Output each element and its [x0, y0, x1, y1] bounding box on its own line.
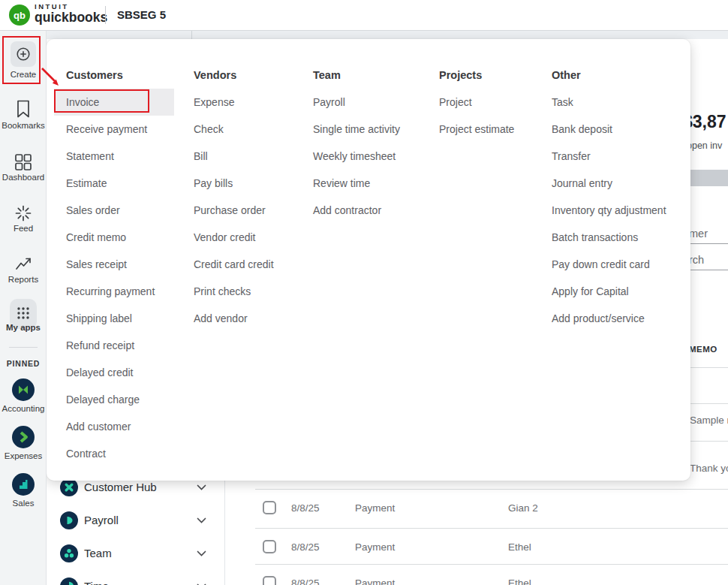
- menu-column-title: Other: [540, 62, 682, 89]
- menu-column-projects: ProjectsProjectProject estimate: [427, 62, 540, 143]
- nav-item-team[interactable]: Team: [47, 537, 225, 570]
- menu-item-bank-deposit[interactable]: Bank deposit: [540, 116, 682, 143]
- menu-item-project-estimate[interactable]: Project estimate: [427, 116, 540, 143]
- nav-item-label: Payroll: [84, 504, 119, 537]
- customer-filter-field[interactable]: mer: [689, 228, 728, 240]
- menu-item-pay-down-credit-card[interactable]: Pay down credit card: [540, 251, 682, 278]
- menu-column-team: TeamPayrollSingle time activityWeekly ti…: [301, 62, 421, 224]
- reports-chart-icon[interactable]: [14, 255, 33, 274]
- bookmark-icon[interactable]: [14, 99, 32, 119]
- transaction-date: 8/8/25: [291, 565, 320, 585]
- invoice-status-bar: [688, 170, 728, 186]
- menu-item-pay-bills[interactable]: Pay bills: [182, 170, 298, 197]
- menu-item-purchase-order[interactable]: Purchase order: [182, 197, 298, 224]
- pinned-item-sales[interactable]: Sales: [0, 499, 47, 508]
- transaction-date: 8/8/25: [291, 529, 320, 566]
- menu-item-review-time[interactable]: Review time: [301, 170, 421, 197]
- menu-item-check[interactable]: Check: [182, 116, 298, 143]
- menu-item-contract[interactable]: Contract: [54, 440, 174, 467]
- accounting-bowtie-icon[interactable]: [12, 378, 35, 401]
- memo-row-divider: [689, 441, 728, 442]
- row-checkbox[interactable]: [263, 540, 276, 553]
- pinned-item-accounting[interactable]: Accounting: [0, 404, 47, 413]
- chevron-down-icon[interactable]: [197, 550, 206, 557]
- chevron-down-icon[interactable]: [197, 517, 206, 524]
- open-invoices-caption: open inv: [687, 140, 722, 151]
- menu-item-statement[interactable]: Statement: [54, 143, 174, 170]
- menu-item-expense[interactable]: Expense: [182, 89, 298, 116]
- search-field-underline: [689, 270, 728, 270]
- dashboard-grid-icon[interactable]: [14, 152, 33, 172]
- sidebar-item-dashboard[interactable]: Dashboard: [0, 173, 47, 182]
- menu-item-receive-payment[interactable]: Receive payment: [54, 116, 174, 143]
- menu-item-invoice[interactable]: Invoice: [54, 89, 174, 116]
- menu-item-task[interactable]: Task: [540, 89, 682, 116]
- menu-item-apply-for-capital[interactable]: Apply for Capital: [540, 278, 682, 305]
- menu-item-vendor-credit[interactable]: Vendor credit: [182, 224, 298, 251]
- pinned-item-expenses[interactable]: Expenses: [0, 451, 47, 460]
- customer-hub-icon: [60, 478, 78, 496]
- sidebar-item-my-apps[interactable]: My apps: [0, 323, 47, 332]
- menu-column-customers: CustomersInvoiceReceive paymentStatement…: [54, 62, 174, 467]
- transaction-row[interactable]: 8/8/25PaymentEthel: [255, 564, 728, 585]
- feed-burst-icon[interactable]: [14, 204, 33, 223]
- menu-item-delayed-charge[interactable]: Delayed charge: [54, 386, 174, 413]
- memo-header-divider: [689, 367, 728, 368]
- transaction-row[interactable]: 8/8/25PaymentEthel: [255, 528, 728, 566]
- menu-item-shipping-label[interactable]: Shipping label: [54, 305, 174, 332]
- menu-item-add-product-service[interactable]: Add product/service: [540, 305, 682, 332]
- sales-stairs-icon[interactable]: [12, 473, 35, 496]
- menu-item-credit-memo[interactable]: Credit memo: [54, 224, 174, 251]
- menu-column-title: Projects: [427, 62, 540, 89]
- plus-circle-icon: [15, 46, 32, 62]
- menu-item-batch-transactions[interactable]: Batch transactions: [540, 224, 682, 251]
- menu-item-add-customer[interactable]: Add customer: [54, 413, 174, 440]
- menu-item-estimate[interactable]: Estimate: [54, 170, 174, 197]
- menu-item-recurring-payment[interactable]: Recurring payment: [54, 278, 174, 305]
- menu-item-credit-card-credit[interactable]: Credit card credit: [182, 251, 298, 278]
- sidebar-item-feed[interactable]: Feed: [0, 224, 47, 233]
- transaction-customer: Ethel: [508, 565, 531, 585]
- menu-item-sales-order[interactable]: Sales order: [54, 197, 174, 224]
- search-field[interactable]: rch: [689, 254, 728, 266]
- menu-item-single-time-activity[interactable]: Single time activity: [301, 116, 421, 143]
- menu-item-journal-entry[interactable]: Journal entry: [540, 170, 682, 197]
- quickbooks-logo-icon[interactable]: qb: [9, 5, 30, 26]
- brand-wordmark: INTUIT quickbooks: [35, 3, 107, 24]
- quickbooks-wordmark: quickbooks: [35, 11, 107, 25]
- row-checkbox[interactable]: [263, 576, 276, 585]
- menu-item-inventory-qty-adjustment[interactable]: Inventory qty adjustment: [540, 197, 682, 224]
- nav-item-payroll[interactable]: Payroll: [47, 504, 225, 537]
- menu-item-transfer[interactable]: Transfer: [540, 143, 682, 170]
- menu-item-add-contractor[interactable]: Add contractor: [301, 197, 421, 224]
- nav-item-time[interactable]: Time: [47, 570, 225, 585]
- team-icon: [60, 544, 78, 562]
- menu-item-sales-receipt[interactable]: Sales receipt: [54, 251, 174, 278]
- quickbooks-app: { "header": { "logo_monogram": "qb", "br…: [0, 0, 728, 585]
- sidebar-item-reports[interactable]: Reports: [0, 275, 47, 284]
- menu-column-vendors: VendorsExpenseCheckBillPay billsPurchase…: [182, 62, 298, 332]
- create-button[interactable]: [11, 41, 36, 67]
- sidebar-item-bookmarks[interactable]: Bookmarks: [0, 121, 47, 130]
- menu-item-weekly-timesheet[interactable]: Weekly timesheet: [301, 143, 421, 170]
- menu-item-project[interactable]: Project: [427, 89, 540, 116]
- chevron-down-icon[interactable]: [197, 484, 206, 491]
- transaction-row[interactable]: 8/8/25PaymentGian 2: [255, 489, 728, 527]
- menu-item-payroll[interactable]: Payroll: [301, 89, 421, 116]
- payroll-icon: [60, 511, 78, 529]
- top-header: qb INTUIT quickbooks SBSEG 5: [0, 0, 728, 31]
- apps-dots-icon[interactable]: [14, 304, 32, 322]
- menu-item-delayed-credit[interactable]: Delayed credit: [54, 359, 174, 386]
- menu-column-other: OtherTaskBank depositTransferJournal ent…: [540, 62, 682, 332]
- expenses-arrow-icon[interactable]: [12, 426, 35, 448]
- menu-column-title: Team: [301, 62, 421, 89]
- create-menu-panel: CustomersInvoiceReceive paymentStatement…: [47, 39, 690, 481]
- memo-row-divider: [689, 403, 728, 404]
- menu-item-print-checks[interactable]: Print checks: [182, 278, 298, 305]
- transaction-customer: Gian 2: [508, 490, 538, 527]
- row-checkbox[interactable]: [263, 501, 276, 514]
- menu-item-add-vendor[interactable]: Add vendor: [182, 305, 298, 332]
- icon-sidebar: Create Bookmarks Dashboard Feed Reports …: [0, 30, 47, 585]
- menu-item-bill[interactable]: Bill: [182, 143, 298, 170]
- menu-item-refund-receipt[interactable]: Refund receipt: [54, 332, 174, 359]
